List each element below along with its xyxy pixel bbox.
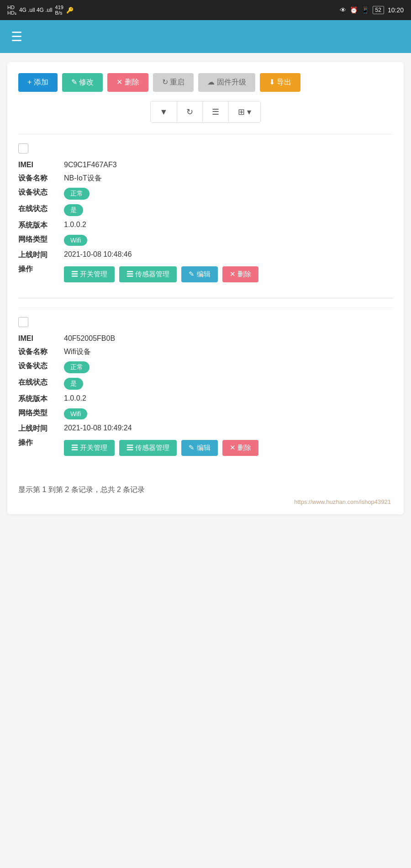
network-indicator: HDHD₂	[7, 5, 16, 16]
online-status-badge-2: 是	[64, 378, 83, 390]
chevron-down-icon: ▾	[247, 107, 251, 116]
operation-row-2: 操作 ☰ 开关管理 ☰ 传感器管理 ✎ 编辑 ✕ 删除	[18, 438, 393, 456]
watermark: https://www.huzhan.com/ishop43921	[18, 498, 393, 505]
uptime-value-2: 2021-10-08 10:49:24	[64, 424, 132, 432]
device-status-label-1: 设备状态	[18, 188, 64, 197]
imei-row-2: IMEI 40F52005FB0B	[18, 334, 393, 343]
device-status-badge-1: 正常	[64, 188, 90, 200]
uptime-value-1: 2021-10-08 10:48:46	[64, 250, 132, 259]
device-name-value-1: NB-IoT设备	[64, 174, 102, 183]
device-name-label-2: 设备名称	[18, 347, 64, 357]
imei-label-1: IMEI	[18, 161, 64, 169]
action-buttons-2: ☰ 开关管理 ☰ 传感器管理 ✎ 编辑 ✕ 删除	[64, 440, 258, 456]
export-button[interactable]: ⬇ 导出	[260, 73, 300, 92]
status-left: HDHD₂ 4G .ull 4G .ull 419B/s 🔑	[7, 5, 74, 16]
pagination-text: 显示第 1 到第 2 条记录，总共 2 条记录	[18, 481, 393, 495]
eye-icon: 👁	[340, 6, 346, 14]
device-status-row-1: 设备状态 正常	[18, 188, 393, 200]
action-buttons-1: ☰ 开关管理 ☰ 传感器管理 ✎ 编辑 ✕ 删除	[64, 266, 258, 282]
modify-button[interactable]: ✎ 修改	[62, 73, 103, 92]
network-badge-1: Wifi	[64, 235, 87, 246]
uptime-row-2: 上线时间 2021-10-08 10:49:24	[18, 424, 393, 434]
device-management-card: + 添加 ✎ 修改 ✕ 删除 ↻ 重启 ☁ 固件升级 ⬇ 导出 ▼ ↻ ☰ ⊞	[7, 62, 404, 514]
record-delete-button-2[interactable]: ✕ 删除	[222, 440, 258, 456]
operation-label-2: 操作	[18, 438, 64, 448]
delete-button[interactable]: ✕ 删除	[107, 73, 148, 92]
imei-label-2: IMEI	[18, 334, 64, 343]
device-name-label-1: 设备名称	[18, 174, 64, 183]
online-status-label-2: 在线状态	[18, 378, 64, 387]
menu-hamburger-icon[interactable]: ☰	[11, 29, 22, 44]
uptime-label-1: 上线时间	[18, 250, 64, 260]
version-row-1: 系统版本 1.0.0.2	[18, 221, 393, 230]
restart-button[interactable]: ↻ 重启	[153, 73, 194, 92]
status-bar: HDHD₂ 4G .ull 4G .ull 419B/s 🔑 👁 ⏰ 📱 52 …	[0, 0, 411, 20]
speed-indicator: 419B/s	[55, 5, 63, 16]
switch-manage-button-2[interactable]: ☰ 开关管理	[64, 440, 115, 456]
list-view-button[interactable]: ☰	[203, 101, 229, 122]
filter-icon: ▼	[160, 107, 168, 116]
grid-view-button[interactable]: ⊞ ▾	[229, 101, 260, 122]
refresh-icon: ↻	[186, 107, 193, 116]
uptime-label-2: 上线时间	[18, 424, 64, 434]
sensor-manage-button-1[interactable]: ☰ 传感器管理	[119, 266, 177, 282]
version-label-1: 系统版本	[18, 221, 64, 230]
network-badge-2: Wifi	[64, 408, 87, 419]
imei-row-1: IMEI 9C9C1F467AF3	[18, 161, 393, 169]
version-label-2: 系统版本	[18, 394, 64, 404]
network-label-1: 网络类型	[18, 235, 64, 244]
battery-indicator: 52	[373, 6, 384, 14]
record-divider	[18, 298, 393, 298]
signal-icons: 4G .ull 4G .ull	[19, 7, 53, 13]
device-name-row-2: 设备名称 Wifi设备	[18, 347, 393, 357]
phone-icon: 📱	[361, 6, 369, 14]
version-value-1: 1.0.0.2	[64, 221, 86, 229]
imei-value-1: 9C9C1F467AF3	[64, 161, 117, 169]
version-row-2: 系统版本 1.0.0.2	[18, 394, 393, 404]
firmware-button[interactable]: ☁ 固件升级	[198, 73, 255, 92]
status-right: 👁 ⏰ 📱 52 10:20	[340, 6, 404, 14]
time-display: 10:20	[388, 6, 404, 14]
nav-bar: ☰	[0, 20, 411, 53]
device-name-row-1: 设备名称 NB-IoT设备	[18, 174, 393, 183]
add-button[interactable]: + 添加	[18, 73, 58, 92]
icon-toolbar: ▼ ↻ ☰ ⊞ ▾	[18, 101, 393, 123]
select-checkbox-1[interactable]	[18, 143, 28, 153]
toolbar: + 添加 ✎ 修改 ✕ 删除 ↻ 重启 ☁ 固件升级 ⬇ 导出	[18, 73, 393, 92]
grid-icon: ⊞	[238, 107, 245, 116]
operation-label-1: 操作	[18, 265, 64, 274]
alarm-icon: ⏰	[350, 6, 358, 14]
checkbox-row-2	[18, 317, 393, 329]
switch-manage-button-1[interactable]: ☰ 开关管理	[64, 266, 115, 282]
sensor-manage-button-2[interactable]: ☰ 传感器管理	[119, 440, 177, 456]
edit-button-1[interactable]: ✎ 编辑	[181, 266, 217, 282]
version-value-2: 1.0.0.2	[64, 394, 86, 402]
device-record-2: IMEI 40F52005FB0B 设备名称 Wifi设备 设备状态 正常 在线…	[18, 307, 393, 470]
online-status-row-2: 在线状态 是	[18, 378, 393, 390]
online-status-label-1: 在线状态	[18, 204, 64, 214]
list-icon: ☰	[212, 107, 219, 116]
checkbox-row-1	[18, 143, 393, 155]
filter-button[interactable]: ▼	[151, 101, 178, 122]
device-status-badge-2: 正常	[64, 361, 90, 373]
online-status-row-1: 在线状态 是	[18, 204, 393, 216]
edit-button-2[interactable]: ✎ 编辑	[181, 440, 217, 456]
device-status-label-2: 设备状态	[18, 361, 64, 371]
main-content: + 添加 ✎ 修改 ✕ 删除 ↻ 重启 ☁ 固件升级 ⬇ 导出 ▼ ↻ ☰ ⊞	[0, 53, 411, 868]
operation-row-1: 操作 ☰ 开关管理 ☰ 传感器管理 ✎ 编辑 ✕ 删除	[18, 265, 393, 282]
record-delete-button-1[interactable]: ✕ 删除	[222, 266, 258, 282]
device-record: IMEI 9C9C1F467AF3 设备名称 NB-IoT设备 设备状态 正常 …	[18, 134, 393, 296]
select-checkbox-2[interactable]	[18, 317, 28, 327]
device-name-value-2: Wifi设备	[64, 347, 91, 357]
refresh-button[interactable]: ↻	[177, 101, 203, 122]
key-icon: 🔑	[66, 7, 74, 14]
uptime-row-1: 上线时间 2021-10-08 10:48:46	[18, 250, 393, 260]
network-label-2: 网络类型	[18, 408, 64, 418]
device-status-row-2: 设备状态 正常	[18, 361, 393, 373]
imei-value-2: 40F52005FB0B	[64, 334, 115, 343]
network-row-2: 网络类型 Wifi	[18, 408, 393, 419]
network-row-1: 网络类型 Wifi	[18, 235, 393, 246]
online-status-badge-1: 是	[64, 204, 83, 216]
